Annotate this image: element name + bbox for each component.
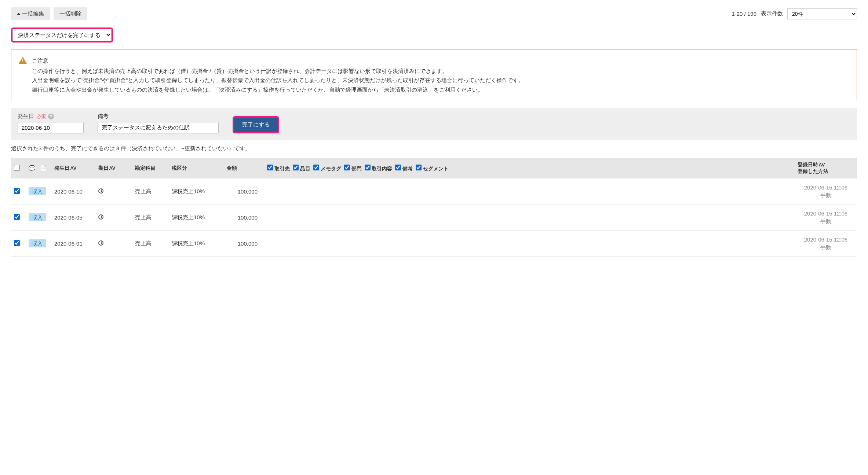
table-body: 収入2020-06-10売上高課税売上10%100,0002020-06-15 … xyxy=(11,178,857,257)
tag-checkbox-label[interactable]: 品目 xyxy=(293,166,310,172)
warning-p3: 銀行口座等に入金や出金が発生しているものの決済を登録したい場合は、「決済済みにす… xyxy=(32,85,849,95)
page-range: 1-20 / 199 xyxy=(732,11,756,17)
transactions-table: 💬 📄 発生日ᐱᐯ 期日ᐱᐯ 勘定科目 税区分 金額 取引先 品目 メモタグ 部… xyxy=(11,158,857,257)
tag-checkbox[interactable] xyxy=(313,165,319,170)
clock-icon xyxy=(98,214,103,220)
cell-date: 2020-06-01 xyxy=(51,231,95,257)
clock-icon xyxy=(98,188,103,194)
chevron-up-icon xyxy=(17,13,21,15)
per-page-select[interactable]: 20件 xyxy=(787,8,857,19)
sort-icon: ᐱᐯ xyxy=(819,162,825,167)
tag-checkbox[interactable] xyxy=(395,165,401,170)
table-header-row: 💬 📄 発生日ᐱᐯ 期日ᐱᐯ 勘定科目 税区分 金額 取引先 品目 メモタグ 部… xyxy=(11,158,857,178)
remark-label: 備考 xyxy=(98,113,219,120)
submit-button[interactable]: 完了にする xyxy=(234,118,278,132)
document-icon: 📄 xyxy=(40,165,47,171)
remark-field: 備考 xyxy=(98,113,219,133)
cell-tags xyxy=(264,178,795,205)
cell-tax: 課税売上10% xyxy=(169,178,224,205)
warning-title: ご注意 xyxy=(32,56,849,66)
table-row[interactable]: 収入2020-06-01売上高課税売上10%100,0002020-06-15 … xyxy=(11,231,857,257)
clock-icon xyxy=(98,240,103,246)
cell-reg: 2020-06-15 12:06手動 xyxy=(795,231,857,257)
tag-checkbox[interactable] xyxy=(293,165,299,170)
row-checkbox[interactable] xyxy=(14,188,20,194)
tag-checkbox-label[interactable]: 取引内容 xyxy=(365,166,393,172)
required-label: 必須 xyxy=(36,113,46,120)
cell-tax: 課税売上10% xyxy=(169,205,224,231)
cell-account: 売上高 xyxy=(132,231,169,257)
row-checkbox[interactable] xyxy=(14,240,20,246)
warning-p2: 入出金明細を誤って"売掛金"や"買掛金"と入力して取引登録してしまったり、振替伝… xyxy=(32,76,849,85)
bulk-delete-label: 一括削除 xyxy=(59,10,81,17)
col-reg-date[interactable]: 登録日時 xyxy=(798,162,818,167)
tag-checkbox-label[interactable]: メモタグ xyxy=(313,166,341,172)
warning-icon xyxy=(19,57,27,64)
action-select-highlight: 決済ステータスだけを完了にする xyxy=(11,27,113,43)
cell-tags xyxy=(264,231,795,257)
bulk-delete-button[interactable]: 一括削除 xyxy=(54,7,87,20)
tag-checkbox[interactable] xyxy=(344,165,350,170)
help-icon[interactable]: ? xyxy=(48,114,54,119)
date-input[interactable] xyxy=(18,122,84,133)
warning-box: ご注意 この操作を行うと、例えば未決済の売上高の取引であれば（借）売掛金 /（貸… xyxy=(11,49,857,101)
submit-highlight: 完了にする xyxy=(233,116,279,133)
cell-account: 売上高 xyxy=(132,205,169,231)
sort-icon: ᐱᐯ xyxy=(70,166,76,171)
cell-reg: 2020-06-15 12:06手動 xyxy=(795,205,857,231)
cell-account: 売上高 xyxy=(132,178,169,205)
sort-icon: ᐱᐯ xyxy=(109,166,115,171)
col-reg: 登録日時ᐱᐯ 登録した方法 xyxy=(795,158,857,178)
tag-checkbox-label[interactable]: 取引先 xyxy=(267,166,290,172)
tag-checkbox[interactable] xyxy=(416,165,422,170)
tag-checkbox-label[interactable]: セグメント xyxy=(416,166,449,172)
type-badge: 収入 xyxy=(29,239,46,247)
date-field: 発生日 必須 ? xyxy=(18,113,84,133)
warning-p1: この操作を行うと、例えば未決済の売上高の取引であれば（借）売掛金 /（貸）売掛金… xyxy=(32,66,849,76)
cell-amount: 100,000 xyxy=(224,205,264,231)
pagination: 1-20 / 199 表示件数 20件 xyxy=(732,8,857,19)
col-tax[interactable]: 税区分 xyxy=(169,158,224,178)
cell-reg: 2020-06-15 12:06手動 xyxy=(795,178,857,205)
warning-body: ご注意 この操作を行うと、例えば未決済の売上高の取引であれば（借）売掛金 /（貸… xyxy=(32,56,849,94)
tag-checkbox-label[interactable]: 備考 xyxy=(395,166,413,172)
table-row[interactable]: 収入2020-06-10売上高課税売上10%100,0002020-06-15 … xyxy=(11,178,857,205)
cell-due-date xyxy=(95,231,132,257)
submit-label: 完了にする xyxy=(242,121,270,128)
cell-date: 2020-06-10 xyxy=(51,178,95,205)
form-row: 発生日 必須 ? 備考 完了にする xyxy=(11,108,857,140)
per-page-label: 表示件数 xyxy=(761,10,783,17)
remark-input[interactable] xyxy=(98,122,219,133)
date-label-row: 発生日 必須 ? xyxy=(18,113,84,120)
cell-tax: 課税売上10% xyxy=(169,231,224,257)
col-amount[interactable]: 金額 xyxy=(224,158,264,178)
bulk-edit-button[interactable]: 一括編集 xyxy=(11,7,50,20)
bulk-edit-label: 一括編集 xyxy=(22,10,44,17)
bulk-buttons: 一括編集 一括削除 xyxy=(11,7,87,20)
col-reg-method[interactable]: 登録した方法 xyxy=(798,168,828,174)
cell-amount: 100,000 xyxy=(224,178,264,205)
top-toolbar: 一括編集 一括削除 1-20 / 199 表示件数 20件 xyxy=(11,7,857,20)
selection-note: 選択された3 件のうち、完了にできるのは 3 件（決済されていない、+更新されて… xyxy=(11,145,857,152)
cell-amount: 100,000 xyxy=(224,231,264,257)
tag-checkbox[interactable] xyxy=(365,165,371,170)
tag-checkbox[interactable] xyxy=(267,165,273,170)
cell-tags xyxy=(264,205,795,231)
action-select[interactable]: 決済ステータスだけを完了にする xyxy=(12,29,112,41)
select-all-checkbox[interactable] xyxy=(14,165,20,171)
cell-due-date xyxy=(95,205,132,231)
tag-checkbox-label[interactable]: 部門 xyxy=(344,166,362,172)
type-badge: 収入 xyxy=(29,213,46,221)
table-row[interactable]: 収入2020-06-05売上高課税売上10%100,0002020-06-15 … xyxy=(11,205,857,231)
col-due-date[interactable]: 期日 xyxy=(98,165,109,171)
type-badge: 収入 xyxy=(29,187,46,195)
col-tags: 取引先 品目 メモタグ 部門 取引内容 備考 セグメント xyxy=(264,158,795,178)
col-date[interactable]: 発生日 xyxy=(54,165,70,171)
comment-icon: 💬 xyxy=(29,165,36,171)
date-label: 発生日 xyxy=(18,113,34,120)
cell-date: 2020-06-05 xyxy=(51,205,95,231)
col-account[interactable]: 勘定科目 xyxy=(132,158,169,178)
row-checkbox[interactable] xyxy=(14,214,20,220)
cell-due-date xyxy=(95,178,132,205)
